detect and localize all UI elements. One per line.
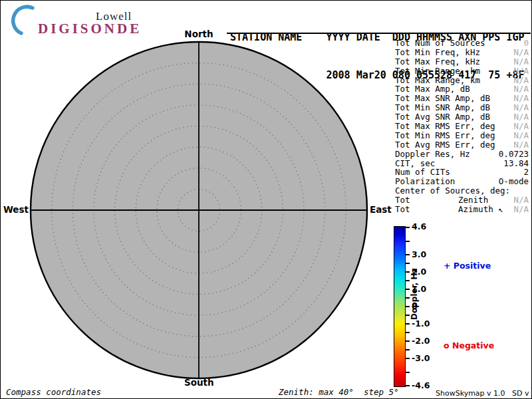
colorbar-minor-tick (406, 332, 410, 333)
stats-row: Center of Sources, deg: (395, 186, 529, 196)
colorbar-tick-label: 4.6 (412, 221, 426, 231)
stat-label: Num of CITs (395, 168, 450, 177)
stats-row: Num of CITs2 (395, 168, 529, 177)
coordinates-mode-label: Compass coordinates (6, 387, 101, 397)
stats-row: Tot Max SNR Amp, dBN/A (395, 94, 529, 103)
positive-doppler-legend: + Positive (444, 261, 491, 271)
stat-label: Tot (395, 205, 410, 214)
stat-value: N/A (513, 140, 529, 150)
stat-label: Doppler Res, Hz (395, 150, 470, 159)
stat-value: N/A (513, 76, 529, 85)
colorbar-tick-label: -2.0 (412, 336, 430, 346)
colorbar-tick (406, 254, 410, 255)
stat-value: N/A (513, 122, 529, 131)
colorbar-tick-label: -4.6 (412, 380, 430, 390)
stat-value: N/A (513, 103, 529, 112)
colorbar-tick-label: -3.0 (412, 353, 430, 363)
stat-value: 0 (523, 39, 529, 48)
stats-row: Tot Min SNR Amp, dBN/A (395, 103, 529, 112)
software-version-label: ShowSkymap v 1.0 SD v 4.2 (436, 389, 532, 398)
stat-sublabel: Zenith (458, 196, 488, 205)
colorbar-tick (406, 358, 410, 359)
stat-sublabel: Azimuth ↖ (458, 205, 503, 214)
negative-doppler-legend: o Negative (444, 340, 494, 350)
stat-value: 2 (523, 168, 529, 177)
stat-value: 13.84 (503, 159, 529, 168)
stat-value: N/A (513, 205, 529, 214)
stat-label: Tot Max Range, km (395, 76, 480, 85)
doppler-colorbar (394, 226, 406, 387)
colorbar-tick (406, 340, 410, 342)
stat-label: Tot Min RMS Err, deg (395, 131, 495, 140)
stat-value: N/A (513, 57, 529, 66)
stat-value: N/A (513, 94, 529, 103)
colorbar-minor-tick (406, 241, 410, 242)
colorbar-minor-tick (406, 349, 410, 350)
zenith-range-label: Zenith: max 40° step 5° (279, 387, 399, 397)
stat-label: CIT, sec (395, 159, 435, 168)
stat-label: Tot Num of Sources (395, 39, 485, 48)
statistics-panel: Tot Num of Sources0 Tot Min Freq, kHzN/A… (395, 39, 529, 214)
colorbar-tick-label: -1.0 (412, 319, 430, 329)
stat-label: Tot Min Range, km (395, 66, 480, 76)
stats-row: Tot Max Range, kmN/A (395, 76, 529, 85)
stat-value: N/A (513, 66, 529, 76)
stats-row: TotAzimuth ↖N/A (395, 205, 529, 214)
colorbar-tick-label: 3.0 (412, 249, 426, 259)
stat-value: N/A (513, 48, 529, 57)
stat-value: N/A (513, 84, 529, 94)
stats-row: Tot Min Range, kmN/A (395, 66, 529, 76)
showskymap-window: Lowell DIGISONDE STATION NAME YYYY DATE … (0, 0, 532, 399)
colorbar-minor-tick (406, 372, 410, 373)
stat-label: Tot Max Freq, kHz (395, 57, 480, 66)
stats-row: PolarizationO-mode (395, 177, 529, 186)
stat-label: Polarization (395, 177, 455, 186)
colorbar-axis-title: Doppler, Hz (410, 287, 419, 320)
stats-row: Tot Avg RMS Err, degN/A (395, 140, 529, 150)
stat-value: N/A (513, 196, 529, 205)
stat-label: Tot Avg SNR Amp, dB (395, 112, 490, 122)
stats-row: CIT, sec13.84 (395, 159, 529, 168)
compass-south-label: South (184, 377, 213, 388)
stats-row: Tot Max RMS Err, degN/A (395, 122, 529, 131)
stat-label: Tot Min Freq, kHz (395, 48, 480, 57)
stat-value: 0.0723 (499, 150, 529, 159)
stat-label: Tot Max RMS Err, deg (395, 122, 495, 131)
compass-north-label: North (184, 29, 213, 39)
stat-label: Tot (395, 196, 410, 205)
stat-label: Tot Max SNR Amp, dB (395, 94, 490, 103)
stats-row: Tot Max Freq, kHzN/A (395, 57, 529, 66)
stat-label: Center of Sources, deg: (395, 186, 510, 196)
stats-row: Tot Min Freq, kHzN/A (395, 48, 529, 57)
stats-row: Tot Min RMS Err, degN/A (395, 131, 529, 140)
stat-value: N/A (513, 112, 529, 122)
stats-row: Tot Num of Sources0 (395, 39, 529, 48)
colorbar-tick (406, 385, 410, 386)
stat-label: Tot Avg RMS Err, deg (395, 140, 495, 150)
compass-west-label: West (2, 204, 29, 215)
stats-row: TotZenithN/A (395, 196, 529, 205)
colorbar-tick (406, 227, 410, 228)
stat-label: Tot Min SNR Amp, dB (395, 103, 490, 112)
stat-value: N/A (513, 131, 529, 140)
colorbar-minor-tick (406, 263, 410, 264)
skymap-plot (1, 1, 400, 399)
stats-row: Tot Avg SNR Amp, dBN/A (395, 112, 529, 122)
stats-row: Tot Max Amp, dBN/A (395, 84, 529, 94)
stat-value: O-mode (499, 177, 529, 186)
stat-label: Tot Max Amp, dB (395, 84, 470, 94)
colorbar-tick (406, 323, 410, 325)
stats-row: Doppler Res, Hz0.0723 (395, 150, 529, 159)
